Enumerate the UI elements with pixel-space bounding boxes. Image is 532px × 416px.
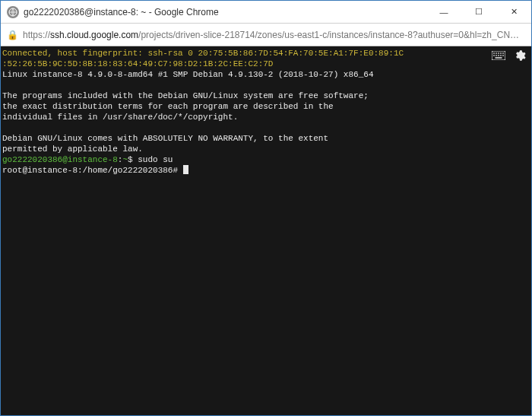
url-host: ssh.cloud.google.com xyxy=(50,30,138,40)
kernel-line: Linux instance-8 4.9.0-8-amd64 #1 SMP De… xyxy=(2,70,373,79)
address-bar[interactable]: 🔒 https://ssh.cloud.google.com/projects/… xyxy=(1,24,531,46)
motd-line-5: permitted by applicable law. xyxy=(2,144,143,154)
terminal-output[interactable]: Connected, host fingerprint: ssh-rsa 0 2… xyxy=(1,46,531,415)
command-1: sudo su xyxy=(138,155,173,164)
url-scheme: https:// xyxy=(23,30,50,40)
svg-rect-5 xyxy=(500,52,502,54)
motd-line-4: Debian GNU/Linux comes with ABSOLUTELY N… xyxy=(2,134,328,143)
url-path: /projects/driven-slice-218714/zones/us-e… xyxy=(138,30,524,40)
svg-rect-6 xyxy=(502,52,504,54)
window-title: go2222020386@instance-8: ~ - Google Chro… xyxy=(24,7,426,17)
root-prompt: root@instance-8:/home/go2222020386# xyxy=(2,166,183,175)
minimize-button[interactable]: — xyxy=(426,1,461,23)
terminal-toolbar xyxy=(492,49,527,62)
fingerprint-line-1: Connected, host fingerprint: ssh-rsa 0 2… xyxy=(2,49,404,58)
motd-line-3: individual files in /usr/share/doc/*/cop… xyxy=(2,113,238,122)
svg-rect-3 xyxy=(496,52,497,54)
svg-rect-4 xyxy=(498,52,499,54)
svg-rect-8 xyxy=(496,55,497,56)
svg-rect-11 xyxy=(502,55,504,56)
favicon-globe-icon xyxy=(7,6,19,18)
motd-line-1: The programs included with the Debian GN… xyxy=(2,91,369,100)
close-button[interactable]: ✕ xyxy=(496,1,531,23)
svg-rect-10 xyxy=(500,55,502,56)
gear-icon[interactable] xyxy=(513,49,527,62)
lock-icon: 🔒 xyxy=(7,30,18,40)
motd-line-2: the exact distribution terms for each pr… xyxy=(2,102,334,111)
svg-rect-9 xyxy=(498,55,499,56)
prompt-symbol: $ xyxy=(128,155,138,164)
keyboard-icon[interactable] xyxy=(492,49,505,62)
svg-rect-12 xyxy=(496,57,502,59)
prompt-user: go2222020386@instance-8 xyxy=(2,155,118,164)
terminal-container: Connected, host fingerprint: ssh-rsa 0 2… xyxy=(1,46,531,415)
window-controls: — ☐ ✕ xyxy=(426,1,531,23)
svg-rect-2 xyxy=(493,52,495,54)
url-text: https://ssh.cloud.google.com/projects/dr… xyxy=(23,30,524,40)
titlebar: go2222020386@instance-8: ~ - Google Chro… xyxy=(1,1,531,24)
fingerprint-line-2: :52:26:5B:9C:5D:8B:18:83:64:49:C7:98:D2:… xyxy=(2,59,273,68)
terminal-cursor xyxy=(183,165,188,174)
maximize-button[interactable]: ☐ xyxy=(461,1,496,23)
svg-rect-7 xyxy=(493,55,495,56)
